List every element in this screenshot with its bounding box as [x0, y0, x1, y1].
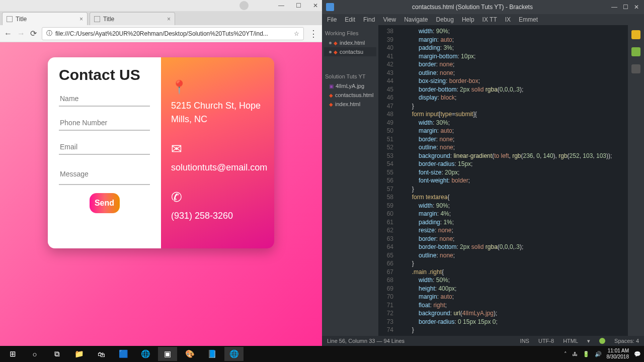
contact-card: Contact US Send 📍 5215 Church St, Hope M…: [48, 57, 274, 248]
favicon-icon: [7, 16, 13, 22]
maximize-button[interactable]: ☐: [622, 4, 629, 11]
working-file-item[interactable]: ◆index.html: [324, 38, 376, 47]
chrome-window: — ☐ ✕ Title × Title × ← → ⟳ ⓘ file:///C:…: [0, 0, 322, 346]
project-header[interactable]: Solution Tuts YT: [324, 71, 376, 81]
brackets-body: Working Files ◆index.html◆contactsu Solu…: [322, 25, 644, 336]
address-bar[interactable]: ⓘ file:///C:/Users/Ayat%20UR%20Rehman/De…: [42, 27, 304, 40]
contact-info-panel: 📍 5215 Church St, Hope Mills, NC ✉ solut…: [161, 57, 274, 248]
working-files-header: Working Files: [324, 28, 376, 38]
system-tray[interactable]: ˄ 🖧 🔋 🔊 11:01 AM 8/30/2018 💬: [564, 348, 641, 360]
forward-button[interactable]: →: [17, 29, 25, 38]
phone-row: ✆ (931) 258-3260: [171, 188, 264, 223]
encoding[interactable]: UTF-8: [538, 338, 554, 344]
phone-icon: ✆: [171, 188, 264, 207]
app-icon[interactable]: 📘: [202, 347, 221, 361]
tab-close-icon[interactable]: ×: [167, 16, 171, 23]
working-file-item[interactable]: ◆contactsu: [324, 47, 376, 56]
indent-setting[interactable]: Spaces: 4: [614, 338, 639, 344]
brackets-window: contactsus.html (Solution Tuts YT) - Bra…: [322, 0, 644, 346]
menu-navigate[interactable]: Navigate: [404, 16, 428, 23]
send-button[interactable]: Send: [90, 193, 120, 213]
project-file-item[interactable]: ▣4lImLyA.jpg: [324, 81, 376, 90]
bookmark-star-icon[interactable]: ☆: [294, 30, 299, 37]
project-file-item[interactable]: ◆contactsus.html: [324, 90, 376, 100]
name-input[interactable]: [59, 90, 150, 107]
insert-mode[interactable]: INS: [520, 338, 529, 344]
minimize-button[interactable]: —: [278, 2, 285, 9]
profile-avatar-icon[interactable]: [239, 1, 249, 10]
start-button[interactable]: ⊞: [3, 347, 22, 361]
url-text: file:///C:/Users/Ayat%20UR%20Rehman/Desk…: [55, 30, 268, 37]
chrome-icon[interactable]: 🌐: [136, 347, 155, 361]
windows-taskbar: ⊞ ○ ⧉ 📁 🛍 🟦 🌐 ▣ 🎨 📘 🌐 ˄ 🖧 🔋 🔊 11:01 AM 8…: [0, 346, 644, 362]
email-text: solutiontuts@email.com: [171, 162, 267, 172]
menu-debug[interactable]: Debug: [436, 16, 454, 23]
reload-button[interactable]: ⟳: [30, 29, 37, 38]
favicon-icon: [94, 16, 100, 22]
chrome-titlebar: — ☐ ✕: [0, 0, 322, 11]
code-editor[interactable]: 38 width: 90%; 39 margin: auto; 40 paddi…: [378, 25, 628, 336]
cursor-position[interactable]: Line 56, Column 33 — 94 Lines: [327, 338, 511, 344]
tray-chevron-icon[interactable]: ˄: [564, 351, 567, 357]
menu-file[interactable]: File: [327, 16, 337, 23]
tab-title: Title: [16, 16, 27, 23]
tab-close-icon[interactable]: ×: [79, 16, 83, 23]
time-text: 11:01 AM: [607, 348, 629, 354]
back-button[interactable]: ←: [4, 29, 12, 38]
email-row: ✉ solutiontuts@email.com: [171, 139, 264, 174]
address-text: 5215 Church St, Hope Mills, NC: [171, 101, 261, 124]
contact-form: Contact US Send: [48, 57, 161, 248]
chrome-tabstrip: Title × Title ×: [0, 11, 322, 25]
chrome-taskbar-icon[interactable]: 🌐: [224, 347, 244, 361]
phone-text: (931) 258-3260: [171, 211, 233, 221]
close-button[interactable]: ✕: [312, 2, 319, 9]
menu-emmet[interactable]: Emmet: [519, 16, 538, 23]
browser-tab[interactable]: Title ×: [2, 12, 88, 25]
file-explorer-icon[interactable]: 📁: [69, 347, 89, 361]
cortana-button[interactable]: ○: [25, 347, 44, 361]
live-preview-icon[interactable]: [631, 30, 640, 39]
minimize-button[interactable]: —: [611, 4, 618, 11]
browser-tab[interactable]: Title ×: [90, 12, 175, 25]
phone-input[interactable]: [59, 115, 150, 131]
email-input[interactable]: [59, 139, 150, 155]
address-row: 📍 5215 Church St, Hope Mills, NC: [171, 77, 264, 126]
info-icon: ⓘ: [46, 29, 52, 38]
date-text: 8/30/2018: [607, 354, 629, 360]
language-mode[interactable]: HTML: [563, 338, 578, 344]
extension-icon[interactable]: [631, 64, 640, 73]
menu-ix[interactable]: IX: [505, 16, 511, 23]
store-icon[interactable]: 🛍: [92, 347, 111, 361]
map-pin-icon: 📍: [171, 77, 264, 97]
battery-icon[interactable]: 🔋: [583, 351, 590, 357]
envelope-icon: ✉: [171, 139, 264, 159]
volume-icon[interactable]: 🔊: [595, 351, 602, 357]
brackets-statusbar: Line 56, Column 33 — 94 Lines INS UTF-8 …: [322, 336, 644, 346]
clock[interactable]: 11:01 AM 8/30/2018: [607, 348, 629, 360]
menu-edit[interactable]: Edit: [345, 16, 355, 23]
task-view-button[interactable]: ⧉: [47, 347, 66, 361]
menu-help[interactable]: Help: [462, 16, 474, 23]
chrome-toolbar: ← → ⟳ ⓘ file:///C:/Users/Ayat%20UR%20Reh…: [0, 25, 322, 42]
extension-icon[interactable]: [631, 47, 640, 56]
notifications-icon[interactable]: 💬: [634, 351, 641, 357]
network-icon[interactable]: 🖧: [572, 351, 578, 357]
project-file-item[interactable]: ◆index.html: [324, 100, 376, 109]
page-viewport: Contact US Send 📍 5215 Church St, Hope M…: [0, 42, 322, 346]
brackets-sidebar: Working Files ◆index.html◆contactsu Solu…: [322, 25, 378, 336]
close-button[interactable]: ✕: [633, 4, 640, 11]
maximize-button[interactable]: ☐: [295, 2, 302, 9]
app-icon[interactable]: 🟦: [114, 347, 133, 361]
extension-rail: [628, 25, 644, 336]
menu-view[interactable]: View: [383, 16, 396, 23]
chrome-menu-button[interactable]: ⋮: [309, 28, 318, 39]
brackets-menubar: FileEditFindViewNavigateDebugHelpIX TTIX…: [322, 14, 644, 25]
brackets-title: contactsus.html (Solution Tuts YT) - Bra…: [338, 4, 607, 11]
menu-ix tt[interactable]: IX TT: [482, 16, 497, 23]
brackets-taskbar-icon[interactable]: ▣: [158, 347, 177, 361]
message-input[interactable]: [59, 163, 150, 185]
contact-heading: Contact US: [59, 66, 150, 83]
menu-find[interactable]: Find: [363, 16, 375, 23]
lint-ok-icon[interactable]: [599, 338, 605, 344]
app-icon[interactable]: 🎨: [180, 347, 199, 361]
